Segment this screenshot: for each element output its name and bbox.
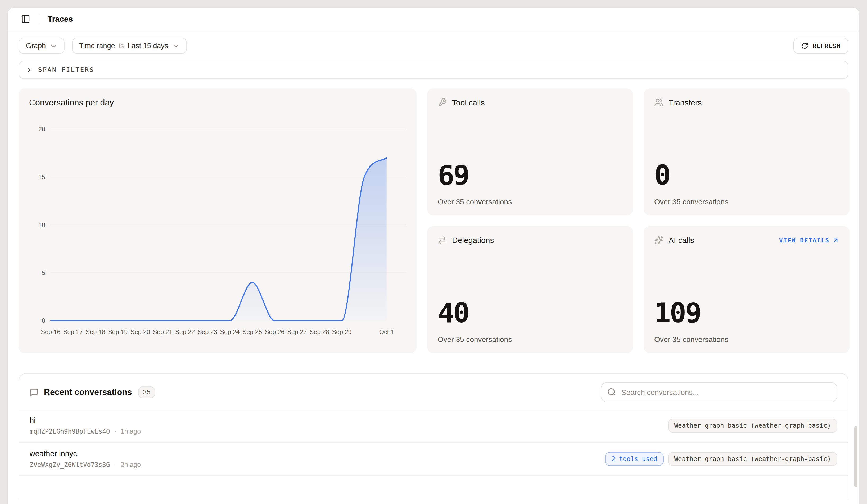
dashboard-grid: Conversations per day 05101520Sep 16Sep … [19, 88, 848, 353]
span-filters-toggle[interactable]: SPAN FILTERS [19, 61, 848, 79]
conversation-time: 1h ago [121, 428, 141, 435]
conversations-chart: 05101520Sep 16Sep 17Sep 18Sep 19Sep 20Se… [29, 115, 406, 337]
conversation-row-partial [19, 475, 848, 499]
conversation-row[interactable]: hi mqHZP2EGh9h9BpFEwEs4O · 1h ago Weathe… [19, 409, 848, 442]
x-tick-label: Sep 19 [108, 328, 128, 335]
stat-label: Delegations [452, 236, 494, 245]
area-chart-svg: 05101520Sep 16Sep 17Sep 18Sep 19Sep 20Se… [29, 115, 406, 337]
x-tick-label: Oct 1 [379, 328, 394, 335]
wrench-icon [438, 98, 447, 107]
arrow-up-right-icon [833, 237, 839, 243]
page-title: Traces [47, 14, 73, 23]
x-tick-label: Sep 21 [153, 328, 172, 335]
y-tick-label: 20 [39, 126, 45, 132]
stat-card-transfers: Transfers 0 Over 35 conversations [644, 88, 849, 215]
recent-conversations-card: Recent conversations 35 hi mqHZP2EGh9h9B… [19, 373, 848, 499]
conversation-time: 2h ago [121, 461, 141, 469]
y-tick-label: 5 [42, 269, 45, 276]
conversation-title: hi [30, 416, 141, 425]
x-tick-label: Sep 29 [332, 328, 352, 335]
sidebar-toggle-button[interactable] [19, 12, 32, 26]
agent-badge: Weather graph basic (weather-graph-basic… [668, 419, 837, 432]
conversation-row[interactable]: weather innyc ZVeWXgZy_Z6WltVd73s3G · 2h… [19, 442, 848, 475]
stat-card-tool-calls: Tool calls 69 Over 35 conversations [427, 88, 633, 215]
stat-card-delegations: Delegations 40 Over 35 conversations [427, 226, 633, 353]
tools-used-badge: 2 tools used [605, 452, 663, 466]
span-filters-label: SPAN FILTERS [38, 66, 94, 74]
message-square-icon [30, 388, 39, 397]
meta-separator: · [114, 461, 116, 469]
x-tick-label: Sep 24 [220, 328, 239, 335]
stat-caption: Over 35 conversations [438, 197, 622, 206]
chart-title: Conversations per day [29, 98, 406, 107]
x-tick-label: Sep 27 [287, 328, 307, 335]
y-tick-label: 10 [39, 222, 45, 228]
time-range-filter[interactable]: Time range is Last 15 days [72, 37, 186, 54]
stat-value: 69 [438, 161, 622, 189]
x-tick-label: Sep 17 [63, 328, 83, 335]
chevron-down-icon [50, 42, 57, 50]
conversation-id: ZVeWXgZy_Z6WltVd73s3G [30, 461, 110, 469]
header-divider [40, 13, 40, 24]
time-range-field: Time range [79, 42, 115, 50]
conversation-count-badge: 35 [138, 386, 156, 398]
search-icon [607, 387, 616, 397]
stat-value: 40 [438, 299, 622, 326]
search-box [601, 382, 837, 403]
arrows-swap-icon [438, 236, 447, 245]
x-tick-label: Sep 16 [41, 328, 60, 335]
recent-conversations-header: Recent conversations 35 [19, 374, 848, 409]
view-details-label: VIEW DETAILS [779, 236, 829, 244]
area-fill [51, 158, 386, 321]
stat-caption: Over 35 conversations [654, 197, 839, 206]
view-selector-dropdown[interactable]: Graph [19, 37, 64, 54]
conversations-chart-card: Conversations per day 05101520Sep 16Sep … [19, 88, 417, 353]
users-icon [654, 98, 663, 107]
chevron-down-icon [172, 42, 179, 50]
x-tick-label: Sep 28 [310, 328, 329, 335]
recent-conversations-title: Recent conversations [44, 387, 132, 397]
conversation-id: mqHZP2EGh9h9BpFEwEs4O [30, 428, 110, 435]
scrollbar-thumb[interactable] [854, 426, 857, 487]
agent-badge: Weather graph basic (weather-graph-basic… [668, 452, 837, 466]
stat-value: 0 [654, 161, 839, 189]
stat-label: AI calls [668, 236, 694, 245]
stat-label: Transfers [668, 98, 702, 107]
stat-card-ai-calls: AI calls VIEW DETAILS 109 Over 35 conver… [644, 226, 849, 353]
y-tick-label: 15 [39, 174, 45, 181]
stat-caption: Over 35 conversations [438, 335, 622, 344]
series-line [51, 158, 386, 321]
x-tick-label: Sep 20 [130, 328, 150, 335]
search-input[interactable] [601, 382, 837, 403]
x-tick-label: Sep 23 [198, 328, 217, 335]
panel-left-icon [21, 14, 30, 23]
top-bar: Traces [8, 8, 859, 30]
traces-page: Traces Graph Time range is Last 15 days … [8, 8, 859, 504]
time-range-operator: is [119, 42, 124, 50]
stat-caption: Over 35 conversations [654, 335, 839, 344]
meta-separator: · [114, 428, 116, 435]
toolbar: Graph Time range is Last 15 days REFRESH [8, 30, 859, 54]
refresh-button[interactable]: REFRESH [794, 37, 848, 54]
stat-value: 109 [654, 299, 839, 326]
sparkles-icon [654, 236, 663, 245]
x-tick-label: Sep 25 [243, 328, 262, 335]
time-range-value: Last 15 days [128, 42, 168, 50]
y-tick-label: 0 [42, 318, 45, 324]
conversation-title: weather innyc [30, 449, 141, 458]
view-selector-label: Graph [26, 42, 46, 50]
stat-label: Tool calls [452, 98, 484, 107]
x-tick-label: Sep 22 [175, 328, 195, 335]
chevron-right-icon [26, 66, 33, 73]
x-tick-label: Sep 18 [86, 328, 105, 335]
x-tick-label: Sep 26 [265, 328, 285, 335]
view-details-link[interactable]: VIEW DETAILS [779, 236, 839, 244]
refresh-icon [802, 42, 809, 49]
refresh-label: REFRESH [813, 42, 841, 50]
